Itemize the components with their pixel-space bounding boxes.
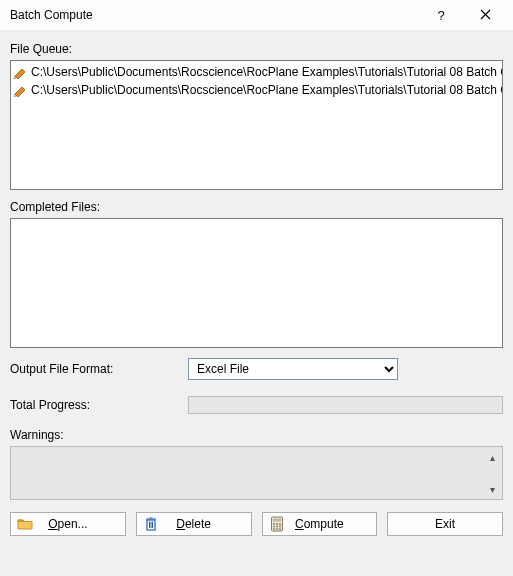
close-button[interactable] bbox=[463, 0, 507, 30]
svg-point-11 bbox=[279, 528, 281, 530]
delete-button[interactable]: Delete bbox=[136, 512, 252, 536]
completed-files-list[interactable] bbox=[10, 218, 503, 348]
warnings-label: Warnings: bbox=[10, 428, 503, 442]
list-item[interactable]: C:\Users\Public\Documents\Rocscience\Roc… bbox=[13, 63, 503, 81]
file-icon bbox=[13, 65, 27, 79]
svg-point-3 bbox=[273, 523, 275, 525]
file-queue-list[interactable]: C:\Users\Public\Documents\Rocscience\Roc… bbox=[10, 60, 503, 190]
close-icon bbox=[480, 8, 491, 23]
svg-point-7 bbox=[276, 526, 278, 528]
output-format-select[interactable]: Excel File bbox=[188, 358, 398, 380]
folder-icon bbox=[17, 516, 33, 532]
scroll-up-icon[interactable]: ▴ bbox=[484, 449, 500, 465]
svg-point-9 bbox=[273, 528, 275, 530]
output-format-label: Output File Format: bbox=[10, 362, 180, 376]
svg-point-8 bbox=[279, 526, 281, 528]
svg-point-5 bbox=[279, 523, 281, 525]
calculator-icon bbox=[269, 516, 285, 532]
dialog-content: File Queue: C:\Users\Public\Documents\Ro… bbox=[0, 30, 513, 546]
compute-button[interactable]: Compute bbox=[262, 512, 378, 536]
svg-rect-2 bbox=[273, 519, 281, 522]
list-item[interactable]: C:\Users\Public\Documents\Rocscience\Roc… bbox=[13, 81, 503, 99]
svg-point-10 bbox=[276, 528, 278, 530]
warnings-box: ▴ ▾ bbox=[10, 446, 503, 500]
window-title: Batch Compute bbox=[10, 8, 419, 22]
open-button[interactable]: Open... bbox=[10, 512, 126, 536]
trash-icon bbox=[143, 516, 159, 532]
help-button[interactable]: ? bbox=[419, 0, 463, 30]
svg-point-6 bbox=[273, 526, 275, 528]
exit-label: Exit bbox=[394, 517, 496, 531]
button-bar: Open... Delete Compute bbox=[10, 512, 503, 536]
scroll-down-icon[interactable]: ▾ bbox=[484, 481, 500, 497]
svg-point-4 bbox=[276, 523, 278, 525]
total-progress-label: Total Progress: bbox=[10, 398, 180, 412]
warnings-scrollbar[interactable]: ▴ ▾ bbox=[484, 449, 500, 497]
exit-button[interactable]: Exit bbox=[387, 512, 503, 536]
file-icon bbox=[13, 83, 27, 97]
completed-files-label: Completed Files: bbox=[10, 200, 503, 214]
file-path: C:\Users\Public\Documents\Rocscience\Roc… bbox=[31, 65, 503, 79]
file-queue-label: File Queue: bbox=[10, 42, 503, 56]
file-path: C:\Users\Public\Documents\Rocscience\Roc… bbox=[31, 83, 503, 97]
titlebar: Batch Compute ? bbox=[0, 0, 513, 30]
help-icon: ? bbox=[437, 8, 444, 23]
progress-bar bbox=[188, 396, 503, 414]
